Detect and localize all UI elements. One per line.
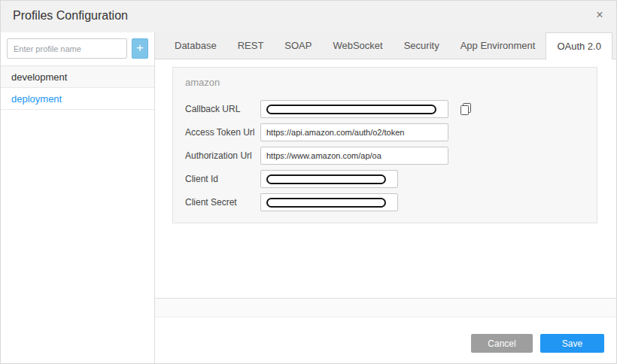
group-title: amazon — [185, 77, 585, 88]
close-icon[interactable]: × — [592, 8, 607, 22]
redacted-value — [266, 174, 386, 184]
profile-item-deployment[interactable]: deployment — [1, 88, 154, 110]
tab-app-environment[interactable]: App Environment — [450, 32, 546, 59]
callback-url-input[interactable] — [260, 100, 448, 118]
copy-icon[interactable] — [459, 102, 473, 117]
tab-database[interactable]: Database — [164, 32, 227, 59]
content-footer-strip — [155, 298, 616, 317]
field-row-callback-url: Callback URL — [185, 100, 585, 118]
field-row-authorization-url: Authorization Url — [185, 147, 585, 165]
tab-websocket[interactable]: WebSocket — [322, 32, 393, 59]
profile-item-development[interactable]: development — [1, 66, 154, 88]
field-row-client-id: Client Id — [185, 170, 585, 188]
dialog-title: Profiles Configuration — [13, 9, 128, 23]
dialog-header: Profiles Configuration × — [1, 1, 616, 32]
main-panel: Database REST SOAP WebSocket Security Ap… — [155, 32, 616, 363]
tab-soap[interactable]: SOAP — [274, 32, 322, 59]
authorization-url-input[interactable] — [260, 147, 448, 165]
redacted-value — [266, 105, 436, 114]
redacted-value — [266, 198, 386, 208]
access-token-url-label: Access Token Url — [185, 127, 260, 138]
access-token-url-input[interactable] — [260, 123, 448, 141]
tab-rest[interactable]: REST — [227, 32, 275, 59]
profiles-list: development deployment — [1, 65, 154, 110]
client-secret-input[interactable] — [260, 193, 398, 211]
client-secret-label: Client Secret — [185, 197, 260, 208]
add-profile-button[interactable]: + — [132, 38, 148, 59]
profiles-configuration-dialog: Profiles Configuration × + development d… — [0, 0, 617, 364]
save-button[interactable]: Save — [540, 334, 604, 353]
client-id-label: Client Id — [185, 174, 260, 184]
client-id-input[interactable] — [260, 170, 398, 188]
profile-name-input[interactable] — [7, 38, 127, 59]
callback-url-label: Callback URL — [185, 104, 260, 114]
profile-entry-row: + — [1, 32, 154, 65]
cancel-button[interactable]: Cancel — [471, 334, 533, 353]
authorization-url-label: Authorization Url — [185, 150, 260, 161]
profiles-sidebar: + development deployment — [1, 32, 155, 364]
field-row-client-secret: Client Secret — [185, 193, 585, 211]
field-row-access-token-url: Access Token Url — [185, 123, 585, 141]
tab-oauth-2-0[interactable]: OAuth 2.0 — [546, 32, 612, 59]
tab-security[interactable]: Security — [394, 32, 450, 59]
tab-bar: Database REST SOAP WebSocket Security Ap… — [155, 32, 616, 59]
oauth-amazon-group: amazon Callback URL Access Token Url — [172, 67, 597, 223]
